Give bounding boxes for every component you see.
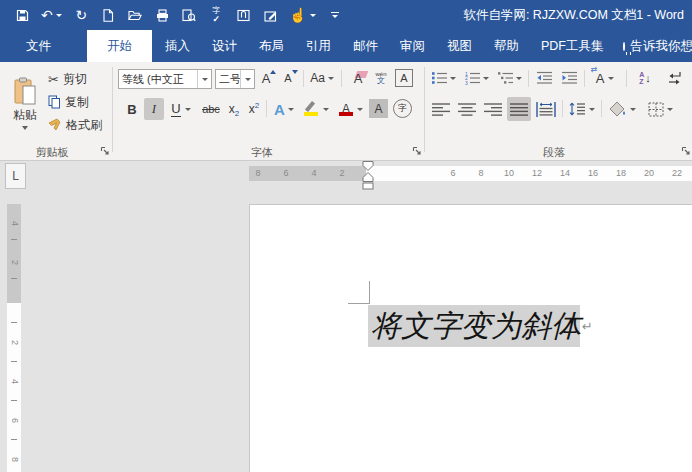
- strikethrough-button[interactable]: abc: [199, 98, 223, 120]
- tab-design[interactable]: 设计: [203, 30, 246, 62]
- subscript-button[interactable]: x 2: [225, 98, 243, 120]
- customize-qat-button[interactable]: [327, 4, 343, 26]
- tell-me-box[interactable]: 告诉我你想: [623, 30, 692, 62]
- align-right-button[interactable]: [482, 98, 504, 120]
- character-border-button[interactable]: A: [395, 69, 413, 87]
- tab-help[interactable]: 帮助: [485, 30, 528, 62]
- document-text[interactable]: 将文字变为斜体: [368, 306, 581, 347]
- new-document-button[interactable]: [100, 4, 116, 26]
- sort-button[interactable]: A Z ↓: [633, 68, 657, 88]
- ruler-tick: [11, 278, 17, 279]
- text-selection[interactable]: 将文字变为斜体 ↵: [368, 305, 580, 347]
- horizontal-ruler-margin[interactable]: [249, 166, 366, 181]
- ruler-number: 6: [450, 167, 455, 180]
- spelling-grammar-button[interactable]: 字✓: [208, 4, 224, 26]
- paste-clipboard-icon: [13, 77, 37, 105]
- distribute-button[interactable]: [534, 98, 558, 120]
- shrink-font-button[interactable]: A: [281, 68, 301, 88]
- show-hide-marks-button[interactable]: [663, 68, 685, 88]
- align-left-icon: [432, 103, 450, 116]
- underline-button[interactable]: U: [166, 98, 196, 120]
- tab-pdf-tools[interactable]: PDF工具集: [532, 30, 613, 62]
- align-center-button[interactable]: [456, 98, 478, 120]
- tab-layout[interactable]: 布局: [250, 30, 293, 62]
- shading-button[interactable]: [606, 98, 638, 120]
- paragraph-dialog-launcher[interactable]: [681, 146, 691, 156]
- multilevel-dropdown-icon[interactable]: [516, 77, 522, 80]
- tab-view[interactable]: 视图: [438, 30, 481, 62]
- paste-button[interactable]: 粘贴: [4, 66, 46, 140]
- print-preview-button[interactable]: [181, 4, 197, 26]
- numbering-button[interactable]: 1 2 3: [462, 68, 490, 88]
- font-color-dropdown-icon[interactable]: [357, 108, 363, 111]
- asian-layout-button[interactable]: A ⇄: [590, 68, 620, 88]
- cut-button[interactable]: ✂ 剪切: [48, 70, 87, 88]
- redo-button[interactable]: ↻: [73, 4, 89, 26]
- edit-document-button[interactable]: [262, 4, 278, 26]
- undo-dropdown-icon[interactable]: [56, 14, 62, 17]
- change-case-button[interactable]: Aa: [307, 68, 337, 88]
- separator: [601, 100, 602, 117]
- font-name-dropdown-icon[interactable]: [197, 70, 211, 88]
- bullets-button[interactable]: [430, 68, 457, 88]
- clipboard-dialog-launcher[interactable]: [100, 146, 110, 156]
- attachment-button[interactable]: [235, 4, 251, 26]
- tab-review[interactable]: 审阅: [391, 30, 434, 62]
- shading-dropdown-icon[interactable]: [630, 108, 636, 111]
- tab-file[interactable]: 文件: [12, 30, 65, 62]
- justify-button[interactable]: [507, 97, 531, 121]
- asian-layout-dropdown-icon[interactable]: [608, 77, 614, 80]
- font-color-button[interactable]: A: [335, 98, 365, 120]
- align-right-icon: [484, 103, 502, 116]
- tab-home[interactable]: 开始: [87, 30, 152, 62]
- tab-stop-selector[interactable]: L: [5, 163, 26, 189]
- open-button[interactable]: [127, 4, 143, 26]
- font-size-dropdown-icon[interactable]: [240, 70, 254, 88]
- text-effects-button[interactable]: A: [270, 98, 298, 120]
- bullets-dropdown-icon[interactable]: [450, 77, 456, 80]
- font-name-combo[interactable]: 等线 (中文正: [118, 69, 212, 89]
- multilevel-list-button[interactable]: [495, 68, 523, 88]
- increase-indent-button[interactable]: [559, 68, 579, 88]
- touch-mode-button[interactable]: ☝: [289, 4, 316, 26]
- line-spacing-dropdown-icon[interactable]: [589, 108, 595, 111]
- text-effects-dropdown-icon[interactable]: [288, 108, 294, 111]
- tab-insert[interactable]: 插入: [156, 30, 199, 62]
- tab-mailings[interactable]: 邮件: [344, 30, 387, 62]
- paste-dropdown-icon[interactable]: [22, 126, 28, 130]
- line-spacing-button[interactable]: [567, 98, 597, 120]
- decrease-indent-icon: [536, 71, 553, 85]
- touch-mode-dropdown-icon[interactable]: [310, 14, 316, 17]
- highlight-dropdown-icon[interactable]: [323, 108, 329, 111]
- underline-dropdown-icon[interactable]: [185, 108, 191, 111]
- font-color-icon: A: [337, 100, 355, 118]
- grow-font-button[interactable]: A: [259, 68, 279, 88]
- phonetic-guide-button[interactable]: wén 文: [371, 68, 391, 88]
- font-dialog-launcher[interactable]: [412, 146, 422, 156]
- font-size-combo[interactable]: 二号: [215, 69, 255, 89]
- format-painter-button[interactable]: 格式刷: [48, 116, 102, 134]
- ruler-number: 6: [10, 414, 19, 428]
- undo-button[interactable]: ↶: [41, 4, 62, 26]
- indent-markers[interactable]: [361, 161, 375, 190]
- quick-print-button[interactable]: [154, 4, 170, 26]
- text-highlight-button[interactable]: [301, 98, 331, 120]
- italic-button[interactable]: I: [144, 98, 164, 120]
- clear-formatting-button[interactable]: A: [347, 68, 369, 88]
- superscript-button[interactable]: x 2: [245, 98, 263, 120]
- bold-button[interactable]: B: [122, 98, 142, 120]
- copy-button[interactable]: 复制: [48, 93, 89, 111]
- align-left-button[interactable]: [430, 98, 452, 120]
- tab-references[interactable]: 引用: [297, 30, 340, 62]
- ruler-tick: [11, 239, 17, 240]
- shading-bucket-icon: [609, 101, 627, 117]
- numbering-dropdown-icon[interactable]: [483, 77, 489, 80]
- character-shading-button[interactable]: A: [369, 99, 388, 118]
- save-button[interactable]: [14, 4, 30, 26]
- enclose-characters-button[interactable]: 字: [393, 99, 412, 118]
- printer-icon: [156, 9, 169, 22]
- decrease-indent-button[interactable]: [534, 68, 554, 88]
- borders-dropdown-icon[interactable]: [667, 108, 673, 111]
- borders-button[interactable]: [644, 98, 676, 120]
- ruler-number: 20: [644, 167, 654, 180]
